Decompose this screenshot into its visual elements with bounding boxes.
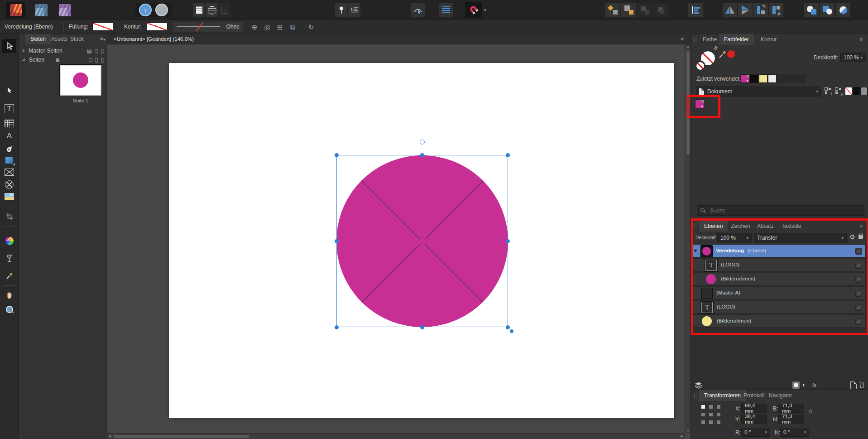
move-to-front-button[interactable] — [637, 3, 652, 17]
picture-frame-ellipse-tool[interactable] — [2, 178, 16, 191]
rotation-center-button[interactable]: ⊕ — [249, 21, 260, 32]
selection-handle[interactable] — [506, 153, 510, 157]
text-indent-button[interactable] — [348, 3, 360, 17]
layer-thumbnail[interactable]: T — [705, 260, 717, 271]
tab-kontur[interactable]: Kontur — [757, 36, 780, 43]
y-input[interactable]: 38,4 mm — [741, 415, 767, 424]
table-tool[interactable] — [2, 117, 16, 130]
snapping-toggle-button[interactable] — [465, 2, 482, 18]
scale-handle[interactable] — [510, 329, 513, 333]
snapping-dropdown-button[interactable]: ▾ — [482, 2, 489, 18]
disabled-badge-button[interactable] — [155, 4, 168, 16]
move-forward-button[interactable] — [605, 3, 620, 17]
fx-icon[interactable]: fx — [812, 382, 816, 388]
fill-swatch[interactable] — [92, 23, 113, 31]
eyedropper-icon[interactable] — [718, 50, 726, 59]
link-dimensions-icon[interactable]: 8 — [809, 409, 812, 414]
transform-separately-button[interactable]: ⧉ — [287, 21, 298, 32]
tab-absatz[interactable]: Absatz — [753, 223, 777, 229]
publisher-persona-button[interactable] — [6, 2, 25, 18]
flip-horizontal-button[interactable] — [723, 3, 737, 17]
layer-thumbnail[interactable] — [700, 245, 713, 257]
pages-row[interactable]: ◢ Seiten ≣ □ ▯ ▯ — [19, 55, 107, 64]
tab-farbe[interactable]: Farbe — [699, 36, 720, 43]
x-input[interactable]: 69,4 mm — [741, 404, 767, 413]
vertical-scrollbar[interactable]: ▲ ▼ — [685, 44, 691, 433]
layer-row-bilderrahmen[interactable]: (Bilderrahmen) ✓ — [691, 273, 865, 285]
stroke-indicator[interactable] — [696, 62, 705, 70]
zoom-tool[interactable] — [2, 303, 16, 316]
bookmark-icon[interactable]: ≣ — [55, 57, 60, 63]
canvas-area[interactable]: ▲ ▼ ◀ ▶ — [107, 44, 691, 439]
show-handles-button[interactable]: ◎ — [262, 21, 273, 32]
visibility-checkbox[interactable]: ✓ — [855, 262, 862, 269]
swatch-category-dropdown[interactable]: Dokument ▾ — [696, 87, 821, 96]
frame-text-tool[interactable]: T — [2, 102, 16, 115]
recent-swatch-pink[interactable] — [741, 74, 749, 83]
visibility-checkbox[interactable]: ✓ — [855, 290, 862, 297]
move-to-back-button[interactable] — [653, 3, 668, 17]
selection-handle[interactable] — [420, 153, 424, 157]
visibility-checkbox[interactable]: ✓ — [855, 276, 862, 283]
page-thumbnail[interactable] — [60, 65, 101, 96]
document-pink-swatch[interactable] — [695, 99, 704, 108]
lock-icon[interactable] — [858, 233, 863, 239]
stroke-swatch[interactable] — [147, 23, 168, 31]
rotate-ccw-button[interactable]: ↰ — [753, 3, 768, 17]
adjustment-icon[interactable]: ◐ — [802, 381, 806, 388]
panel-menu-icon[interactable]: ≡ — [859, 36, 863, 42]
boolean-add-button[interactable] — [804, 3, 819, 17]
pages-view-button[interactable] — [193, 3, 205, 17]
color-picker-tool[interactable] — [2, 269, 16, 283]
layer-row-logo-2[interactable]: T (LOGO) ✓ — [691, 301, 865, 313]
anchor-point-selector[interactable] — [701, 405, 720, 424]
new-layer-icon[interactable] — [850, 381, 857, 389]
tab-zeichen[interactable]: Zeichen — [727, 223, 754, 229]
selection-handle[interactable] — [335, 325, 339, 329]
n-dropdown[interactable]: 0 °▾ — [780, 428, 809, 437]
w-input[interactable]: 71,3 mm — [778, 404, 804, 413]
tab-ebenen[interactable]: Ebenen — [699, 220, 728, 232]
layer-row-logo[interactable]: T (LOGO) ✓ — [691, 259, 865, 271]
close-icon[interactable]: × — [681, 35, 684, 43]
list-view-icon[interactable]: □ — [89, 57, 92, 63]
panel-drag-handle[interactable] — [694, 393, 696, 398]
preview-mode-button[interactable] — [411, 3, 425, 17]
selection-handle[interactable] — [335, 239, 339, 243]
r-dropdown[interactable]: 0 °▾ — [741, 428, 770, 437]
scroll-up-icon[interactable]: ▲ — [686, 45, 690, 48]
recent-swatch-black[interactable] — [750, 74, 758, 83]
panel-menu-icon[interactable]: ≡▾ — [100, 36, 106, 42]
layer-row-veredelung[interactable]: Veredelung (Ebene) ✓ — [691, 245, 865, 257]
column-view-icon[interactable]: ▯ — [101, 57, 104, 63]
unlink-swatch-icon[interactable]: ✕ — [835, 87, 843, 96]
column-view-icon[interactable]: ▯ — [101, 48, 104, 53]
rotate-cw-button[interactable]: ↲ — [769, 3, 783, 17]
alignment-button[interactable] — [688, 3, 703, 17]
selection-handle[interactable] — [420, 325, 424, 329]
stroke-width-control[interactable]: Ohne — [173, 22, 243, 32]
scrollbar-thumb[interactable] — [114, 435, 249, 438]
color-wheel-tool[interactable] — [2, 235, 16, 247]
black-swatch[interactable] — [853, 87, 860, 95]
artistic-text-tool[interactable]: A — [2, 130, 16, 142]
stacked-layers-icon[interactable] — [694, 381, 703, 389]
view-hand-tool[interactable] — [2, 288, 16, 302]
none-swatch[interactable] — [845, 87, 852, 95]
scrollbar-thumb[interactable] — [686, 51, 690, 155]
node-tool[interactable] — [2, 83, 16, 97]
layer-thumbnail[interactable] — [701, 316, 712, 326]
style-picker-tool[interactable] — [2, 251, 16, 265]
marching-ants-button[interactable] — [206, 3, 218, 17]
tab-navigator[interactable]: Navigator — [765, 392, 796, 399]
selection-handle[interactable] — [335, 153, 339, 157]
tab-stock[interactable]: Stock — [66, 36, 88, 42]
scroll-left-icon[interactable]: ◀ — [109, 434, 111, 438]
scroll-right-icon[interactable]: ▶ — [681, 434, 683, 438]
panel-drag-handle[interactable] — [21, 36, 23, 41]
selection-handle[interactable] — [506, 325, 510, 329]
chevron-down-icon[interactable] — [694, 250, 697, 252]
recent-swatch-white[interactable] — [768, 74, 777, 83]
selection-handle[interactable] — [506, 239, 510, 243]
picture-frame-rect-tool[interactable] — [2, 166, 16, 178]
